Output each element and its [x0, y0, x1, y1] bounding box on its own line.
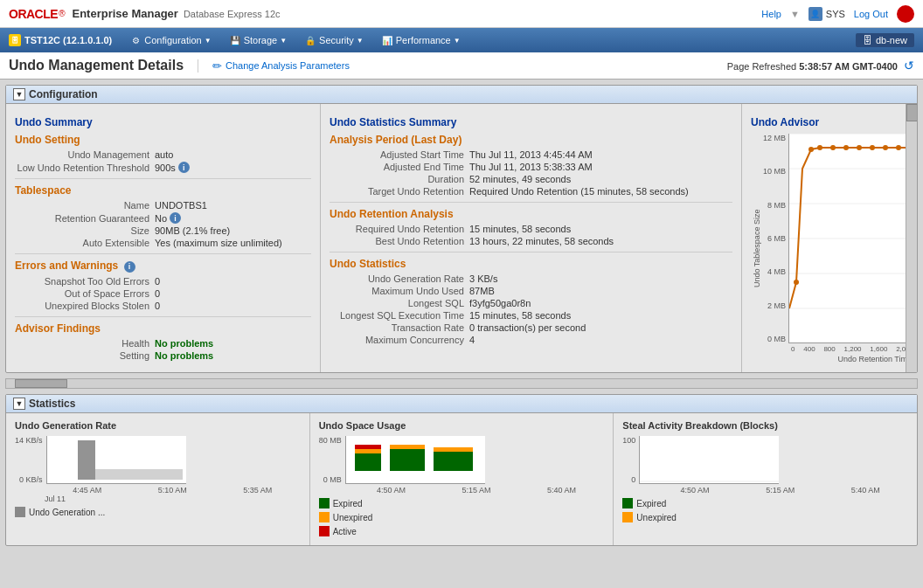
nav-right: 🗄 db-new: [856, 33, 914, 47]
svg-rect-20: [355, 445, 381, 449]
change-analysis-action[interactable]: ✏ Change Analysis Parameters: [198, 59, 350, 73]
nav-configuration[interactable]: ⚙ Configuration ▼: [122, 31, 218, 49]
scrollbar[interactable]: [906, 104, 917, 372]
low-undo-label: Low Undo Retention Threshold: [15, 163, 155, 173]
scrollbar-thumb[interactable]: [906, 104, 917, 121]
ts-name-row: Name UNDOTBS1: [15, 200, 311, 211]
longest-sql-label: Longest SQL: [330, 298, 469, 308]
help-link[interactable]: Help: [761, 9, 781, 19]
svg-rect-22: [390, 445, 425, 449]
db-icon: 🗄: [9, 34, 21, 46]
ts-retention-value: No: [155, 213, 167, 224]
x-axis-label: Undo Retention Time: [763, 355, 912, 363]
undo-space-title: Undo Space Usage: [319, 420, 605, 431]
ts-auto-ext-value: Yes (maximum size unlimited): [155, 238, 282, 248]
target-retention-label: Target Undo Retention: [330, 186, 469, 197]
setting-label: Setting: [15, 350, 155, 361]
refresh-icon[interactable]: ↺: [904, 59, 914, 73]
required-retention-row: Required Undo Retention 15 minutes, 58 s…: [330, 224, 732, 234]
undo-gen-rate-col: Undo Generation Rate 14 KB/s 0 KB/s 4:45…: [6, 413, 310, 545]
longest-exec-value: 15 minutes, 58 seconds: [469, 310, 571, 321]
stats-toggle[interactable]: ▼: [13, 398, 25, 410]
security-icon: 🔒: [304, 34, 316, 46]
logout-link[interactable]: Log Out: [854, 9, 888, 19]
divider3: [15, 316, 311, 317]
setting-row: Setting No problems: [15, 350, 311, 361]
unexpired-value: 0: [155, 301, 160, 311]
undo-stats-col: Undo Statistics Summary Analysis Period …: [321, 104, 742, 372]
trans-rate-row: Transaction Rate 0 transaction(s) per se…: [330, 322, 732, 333]
required-retention-value: 15 minutes, 58 seconds: [469, 224, 571, 234]
stats-content: Undo Generation Rate 14 KB/s 0 KB/s 4:45…: [6, 413, 917, 545]
steal-svg: [639, 436, 779, 484]
svg-point-13: [896, 145, 901, 150]
refresh-time: 5:38:57 AM GMT-0400: [799, 61, 898, 72]
low-undo-info-icon[interactable]: i: [178, 162, 190, 173]
space-svg: [345, 436, 485, 484]
svg-rect-23: [434, 452, 473, 471]
user-label: SYS: [826, 9, 845, 19]
gen-rate-y-labels: 14 KB/s 0 KB/s: [15, 436, 43, 484]
steal-x-labels: 4:50 AM 5:15 AM 5:40 AM: [622, 486, 908, 495]
statistics-header[interactable]: ▼ Statistics: [6, 395, 917, 413]
undo-advisor-col: Undo Advisor Undo Tablespace Size 12 MB …: [742, 104, 917, 372]
h-scrollbar[interactable]: [5, 378, 918, 389]
steal-expired-legend: Expired: [622, 498, 908, 508]
page-title: Undo Management Details: [9, 58, 184, 73]
configuration-header[interactable]: ▼ Configuration: [6, 86, 917, 104]
svg-rect-17: [95, 469, 183, 480]
nav-security[interactable]: 🔒 Security ▼: [297, 31, 371, 49]
svg-point-9: [843, 145, 849, 150]
trans-rate-value: 0 transaction(s) per second: [469, 322, 586, 333]
svg-rect-19: [355, 449, 381, 453]
longest-sql-row: Longest SQL f3yfg50ga0r8n: [330, 298, 732, 308]
retention-analysis-title: Undo Retention Analysis: [330, 208, 732, 220]
adj-end-row: Adjusted End Time Thu Jul 11, 2013 5:38:…: [330, 162, 732, 172]
max-undo-row: Maximum Undo Used 87MB: [330, 286, 732, 296]
svg-point-7: [817, 145, 822, 150]
em-subtitle: Database Express 12c: [184, 9, 281, 19]
target-retention-row: Target Undo Retention Required Undo Rete…: [330, 186, 732, 197]
config-toggle[interactable]: ▼: [13, 88, 25, 100]
active-legend: Active: [319, 526, 605, 536]
retention-info-icon[interactable]: i: [170, 212, 181, 224]
undo-mgmt-value: auto: [155, 149, 173, 160]
nav-performance[interactable]: 📊 Performance ▼: [374, 31, 468, 49]
stats-section-title: Statistics: [29, 398, 75, 410]
expired-label: Expired: [333, 499, 363, 508]
config-label: Configuration: [144, 35, 201, 45]
svg-rect-24: [434, 447, 473, 452]
svg-point-15: [794, 280, 799, 285]
steal-expired-box: [622, 498, 633, 508]
low-undo-value: 900s: [155, 163, 176, 173]
adj-end-label: Adjusted End Time: [330, 162, 469, 172]
longest-exec-row: Longest SQL Execution Time 15 minutes, 5…: [330, 310, 732, 321]
errors-title: Errors and Warnings i: [15, 259, 311, 273]
steal-unexpired-label: Unexpired: [636, 513, 677, 522]
nav-storage[interactable]: 💾 Storage ▼: [222, 31, 294, 49]
snapshot-row: Snapshot Too Old Errors 0: [15, 276, 311, 287]
svg-point-12: [883, 145, 888, 150]
h-scrollbar-thumb[interactable]: [15, 379, 67, 388]
gen-rate-value: 3 KB/s: [469, 273, 497, 284]
gen-rate-legend-box: [15, 507, 25, 517]
steal-activity-col: Steal Activity Breakdown (Blocks) 100 0 …: [614, 413, 917, 545]
undo-setting-title: Undo Setting: [15, 134, 311, 146]
max-concurrency-label: Maximum Concurrency: [330, 335, 469, 345]
config-content: Undo Summary Undo Setting Undo Managemen…: [6, 104, 917, 372]
outofspace-row: Out of Space Errors 0: [15, 288, 311, 299]
expired-box: [319, 498, 330, 508]
oracle-logo-text: ORACLE: [9, 7, 58, 21]
unexpired-label: Unexpired: [333, 513, 373, 522]
errors-info-icon[interactable]: i: [124, 261, 135, 273]
longest-exec-label: Longest SQL Execution Time: [330, 310, 469, 321]
steal-unexpired-box: [622, 512, 633, 522]
performance-arrow: ▼: [454, 37, 461, 45]
gen-rate-x-labels: 4:45 AM 5:10 AM 5:35 AM: [15, 486, 301, 495]
outofspace-value: 0: [155, 288, 160, 299]
advisor-title: Advisor Findings: [15, 322, 311, 335]
snapshot-label: Snapshot Too Old Errors: [15, 276, 155, 287]
svg-point-11: [870, 145, 875, 150]
outofspace-label: Out of Space Errors: [15, 288, 155, 299]
best-retention-value: 13 hours, 22 minutes, 58 seconds: [469, 236, 614, 246]
